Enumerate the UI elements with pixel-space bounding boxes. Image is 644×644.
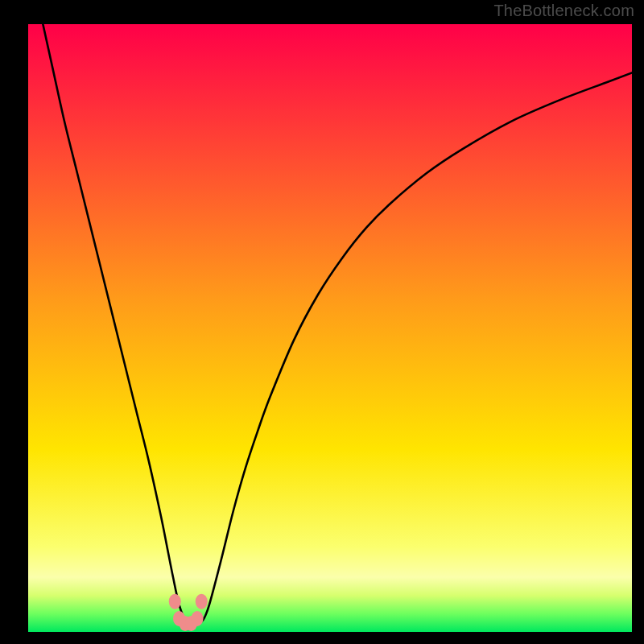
watermark-text: TheBottleneck.com — [493, 2, 634, 20]
bottleneck-chart — [28, 24, 632, 632]
curve-marker — [192, 611, 204, 626]
curve-marker — [196, 594, 208, 609]
chart-frame: { "watermark": "TheBottleneck.com", "col… — [0, 0, 644, 644]
gradient-background — [28, 24, 632, 632]
curve-marker — [169, 594, 181, 609]
